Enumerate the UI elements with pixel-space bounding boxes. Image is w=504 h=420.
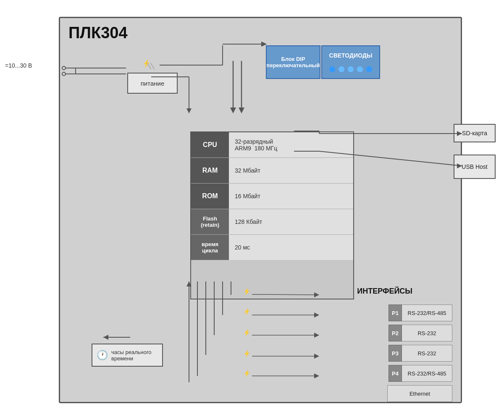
iface-ethernet-label: Ethernet bbox=[387, 385, 452, 402]
led-4 bbox=[357, 66, 363, 72]
led-dots bbox=[329, 66, 372, 72]
clock-box: 🕐 часы реального времени bbox=[92, 344, 163, 367]
cpu-row-rom: ROM 16 Мбайт bbox=[191, 184, 353, 209]
iface-p1-num: P1 bbox=[388, 304, 402, 321]
iface-p4: P4 RS-232/RS-485 bbox=[388, 365, 452, 382]
cpu-row-flash: Flash(retain) 128 Кбайт bbox=[191, 209, 353, 235]
clock-icon: 🕐 bbox=[97, 350, 108, 361]
page: ПЛК304 Блок DIP переключательный СВЕТОДИ… bbox=[0, 0, 504, 420]
cpu-label-rom: ROM bbox=[191, 184, 229, 209]
iface-p3-label: RS-232 bbox=[402, 345, 452, 362]
iface-ethernet: Ethernet bbox=[387, 385, 452, 402]
cpu-label-ram: RAM bbox=[191, 158, 229, 183]
cpu-value-flash: 128 Кбайт bbox=[229, 209, 353, 234]
iface-p1-label: RS-232/RS-485 bbox=[402, 304, 452, 321]
dip-block: Блок DIP переключательный bbox=[266, 45, 320, 79]
cpu-value-cycle: 20 мс bbox=[229, 235, 353, 260]
iface-p4-num: P4 bbox=[388, 365, 402, 382]
sd-card-box: SD-карта bbox=[454, 124, 496, 142]
cpu-label-cpu: CPU bbox=[191, 132, 229, 158]
cpu-value-ram: 32 Мбайт bbox=[229, 158, 353, 183]
cpu-row-cpu: CPU 32-разрядныйARM9 180 МГц bbox=[191, 132, 353, 158]
power-block: питание bbox=[127, 73, 178, 94]
cpu-value-rom: 16 Мбайт bbox=[229, 184, 353, 209]
interfaces-title: ИНТЕРФЕЙСЫ bbox=[357, 287, 412, 296]
cpu-row-cycle: времяцикла 20 мс bbox=[191, 235, 353, 260]
led-3 bbox=[348, 66, 354, 72]
main-board-box: ПЛК304 Блок DIP переключательный СВЕТОДИ… bbox=[59, 17, 462, 403]
led-5 bbox=[366, 66, 372, 72]
led-1 bbox=[329, 66, 335, 72]
iface-p3: P3 RS-232 bbox=[388, 345, 452, 362]
iface-p3-num: P3 bbox=[388, 345, 402, 362]
cpu-label-cycle: времяцикла bbox=[191, 235, 229, 260]
iface-p2: P2 RS-232 bbox=[388, 325, 452, 341]
cpu-value-cpu: 32-разрядныйARM9 180 МГц bbox=[229, 132, 353, 158]
usb-host-box: USB Host bbox=[454, 155, 496, 179]
clock-label: часы реального времени bbox=[111, 349, 158, 362]
board-title: ПЛК304 bbox=[68, 24, 128, 42]
cpu-label-flash: Flash(retain) bbox=[191, 209, 229, 234]
cpu-block: CPU 32-разрядныйARM9 180 МГц RAM 32 Мбай… bbox=[190, 131, 354, 299]
iface-p4-label: RS-232/RS-485 bbox=[402, 365, 452, 382]
led-block: СВЕТОДИОДЫ bbox=[321, 45, 380, 79]
iface-p2-label: RS-232 bbox=[402, 325, 452, 341]
iface-p1: P1 RS-232/RS-485 bbox=[388, 304, 452, 321]
iface-p2-num: P2 bbox=[388, 325, 402, 341]
led-2 bbox=[339, 66, 344, 72]
cpu-row-ram: RAM 32 Мбайт bbox=[191, 158, 353, 184]
power-input-label: =10...30 В bbox=[5, 62, 32, 69]
